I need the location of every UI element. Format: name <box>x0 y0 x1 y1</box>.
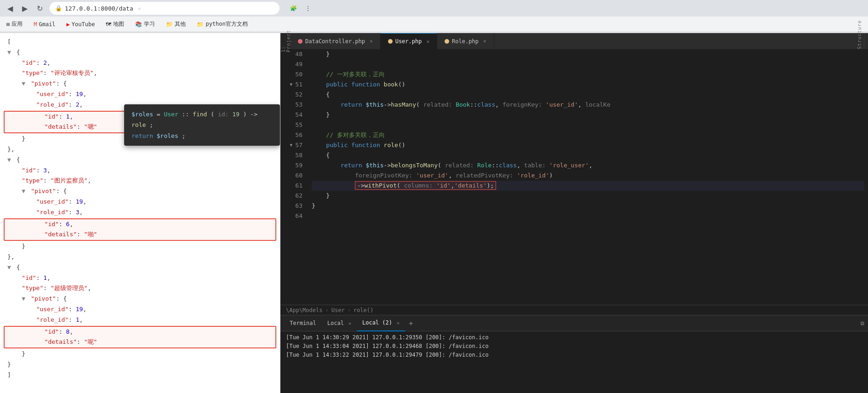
terminal-tab-local2[interactable]: Local (2) ✕ <box>357 315 405 331</box>
line-gutter: 48 49 50 ▼ 51 52 53 54 55 <box>280 49 308 305</box>
gutter-61: 61 <box>280 181 303 191</box>
bookmark-python[interactable]: 📁 python官方文档 <box>194 19 250 29</box>
json-item3-id: "id": 1, <box>0 273 280 284</box>
local2-tab-close[interactable]: ✕ <box>397 320 400 325</box>
lineno-51: 51 <box>295 80 303 90</box>
lineno-55: 55 <box>295 120 303 130</box>
bookmark-youtube[interactable]: ▶ YouTube <box>64 20 98 28</box>
user-tab-label: User.php <box>395 38 422 45</box>
json-item2-pivot-open: ▼ "pivot": { <box>0 186 280 197</box>
user-tab-close[interactable]: ✕ <box>426 39 429 45</box>
json-item3-open: ▼ { <box>0 262 280 273</box>
youtube-label: YouTube <box>72 21 95 28</box>
terminal-tab-label[interactable]: Terminal <box>284 315 322 331</box>
code-content[interactable]: } // 一对多关联，正向 public function book() { r… <box>308 49 868 305</box>
code-line-60: foreignPivotKey: 'user_id', relatedPivot… <box>312 171 864 181</box>
tooltip-line2: return $roles ; <box>131 131 273 141</box>
code-line-53: return $this->hasMany( related: Book::cl… <box>312 100 864 110</box>
lineno-49: 49 <box>295 59 303 69</box>
fold-57[interactable]: ▼ <box>287 140 292 150</box>
bookmark-learn[interactable]: 📚 学习 <box>132 19 158 29</box>
gutter-57: ▼ 57 <box>280 140 303 150</box>
tooltip-paren-close: ) <box>243 111 247 118</box>
lineno-52: 52 <box>295 90 303 100</box>
tooltip-overlay: $roles = User :: find ( id: 19 ) -> role… <box>124 104 280 146</box>
json-panel[interactable]: [ ▼ { "id": 2, "type": "评论审核专员", ▼ "pivo… <box>0 33 280 393</box>
extensions-icon[interactable]: 🧩 <box>287 2 300 15</box>
breadcrumb-method: role() <box>354 307 373 313</box>
terminal-settings-icon[interactable]: ⚙ <box>861 319 864 327</box>
forward-button[interactable]: ▶ <box>18 2 31 15</box>
tab-role[interactable]: Role.php ✕ <box>437 33 494 49</box>
json-item2-type: "type": "图片监察员", <box>0 176 280 186</box>
terminal-area: Terminal Local ✕ Local (2) ✕ + ⚙ [Tu <box>280 315 868 393</box>
local-tab-text: Local <box>327 320 344 326</box>
fold-51[interactable]: ▼ <box>287 80 292 90</box>
bookmark-apps[interactable]: ⊞ 应用 <box>4 19 25 29</box>
terminal-line-3: [Tue Jun 1 14:33:22 2021] 127.0.0.1:2947… <box>286 351 862 359</box>
breadcrumb-bar: \App\Models › User › role() <box>280 305 868 315</box>
terminal-line-2: [Tue Jun 1 14:33:04 2021] 127.0.0.1:2946… <box>286 342 862 351</box>
json-item3-type: "type": "超级管理员", <box>0 283 280 294</box>
code-line-56: // 多对多关联，正向 <box>312 130 864 140</box>
tab-user[interactable]: User.php ✕ <box>381 33 437 49</box>
ide-panel: 1: Project DataController.php ✕ User.php… <box>280 33 868 393</box>
menu-icon[interactable]: ⋮ <box>302 2 314 15</box>
bookmark-other[interactable]: 📁 其他 <box>163 19 188 29</box>
terminal-tab-text: Terminal <box>290 320 316 326</box>
terminal-tab-local[interactable]: Local ✕ <box>322 315 357 331</box>
json-item2-user_id: "user_id": 19, <box>0 197 280 207</box>
role-tab-close[interactable]: ✕ <box>483 38 486 44</box>
json-item3-close: } <box>0 359 280 370</box>
other-label: 其他 <box>175 20 186 28</box>
star-icon[interactable]: ☆ <box>138 5 141 11</box>
bookmark-maps[interactable]: 🗺 地图 <box>103 19 127 29</box>
code-line-50: // 一对多关联，正向 <box>312 69 864 80</box>
project-sidebar-label[interactable]: 1: Project <box>280 33 291 49</box>
code-line-64 <box>312 211 864 221</box>
lineno-57: 57 <box>295 140 303 150</box>
terminal-text-2: [Tue Jun 1 14:33:04 2021] 127.0.0.1:2946… <box>286 343 489 349</box>
local-tab-close[interactable]: ✕ <box>348 321 351 326</box>
tooltip-paren-open: ( <box>211 111 214 118</box>
reload-button[interactable]: ↻ <box>33 2 46 15</box>
gutter-58: 58 <box>280 150 303 160</box>
structure-label[interactable]: Structure <box>857 33 864 49</box>
json-item2-id: "id": 3, <box>0 165 280 176</box>
gutter-59: 59 <box>280 160 303 171</box>
gutter-51: ▼ 51 <box>280 80 303 90</box>
tooltip-line1: $roles = User :: find ( id: 19 ) -> role… <box>131 109 273 131</box>
code-line-57: public function role() <box>312 140 864 150</box>
tooltip-eq: = <box>157 111 164 118</box>
role-tab-label: Role.php <box>452 38 479 45</box>
python-icon: 📁 <box>197 21 204 28</box>
gutter-63: 63 <box>280 201 303 211</box>
gutter-55: 55 <box>280 120 303 130</box>
apps-label: 应用 <box>11 20 23 28</box>
json-item2-highlight: "id": 6, "details": "啪" <box>4 218 276 241</box>
terminal-tabs: Terminal Local ✕ Local (2) ✕ + ⚙ <box>280 315 868 331</box>
url-text: 127.0.0.1:8000/data <box>65 5 133 12</box>
gmail-icon: M <box>34 21 37 28</box>
terminal-add-button[interactable]: + <box>405 319 417 328</box>
lineno-59: 59 <box>295 160 303 171</box>
json-open-bracket: [ <box>0 37 280 47</box>
code-line-61: ->withPivot( columns: 'id','details'); <box>312 181 864 191</box>
json-item1-open: ▼ { <box>0 47 280 58</box>
tooltip-id-num: 19 <box>232 111 240 118</box>
json-item2-role_id: "role_id": 3, <box>0 207 280 218</box>
gutter-50: 50 <box>280 69 303 80</box>
bookmark-gmail[interactable]: M Gmail <box>31 20 58 28</box>
back-button[interactable]: ◀ <box>4 2 17 15</box>
browser-titlebar: ◀ ▶ ↻ 🔒 127.0.0.1:8000/data ☆ 🧩 ⋮ <box>0 0 868 17</box>
code-line-48: } <box>312 49 864 59</box>
main-container: [ ▼ { "id": 2, "type": "评论审核专员", ▼ "pivo… <box>0 33 868 393</box>
lineno-48: 48 <box>295 49 303 59</box>
json-item3-pivot-id: "id": 8, <box>8 327 272 337</box>
terminal-content[interactable]: [Tue Jun 1 14:30:29 2021] 127.0.0.1:2935… <box>280 331 868 393</box>
address-bar[interactable]: 🔒 127.0.0.1:8000/data ☆ <box>50 2 280 15</box>
datacontroller-tab-close[interactable]: ✕ <box>370 38 373 44</box>
json-item2-pivot-close: } <box>0 241 280 252</box>
tab-datacontroller[interactable]: DataController.php ✕ <box>291 33 381 49</box>
tooltip-sep: :: <box>182 111 189 118</box>
